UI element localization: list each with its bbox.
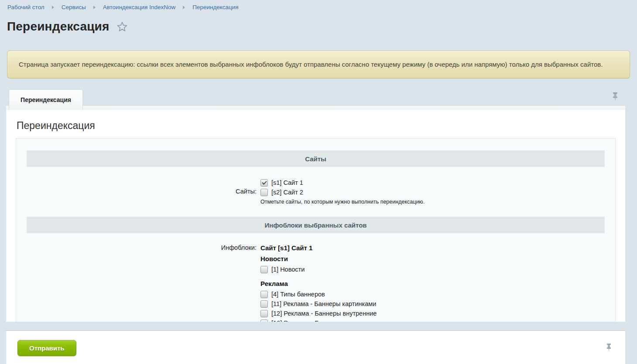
sites-field-value: [s1] Сайт 1 [s2] Сайт 2 Отметьте сайты, … — [260, 178, 615, 205]
tab-strip: Переиндексация — [6, 88, 625, 110]
notice-text: Страница запускает переиндексацию: ссылк… — [19, 61, 603, 68]
checkbox-label: [12] Реклама - Баннеры внутренние — [271, 310, 377, 317]
checkbox-label: [11] Реклама - Баннеры картинками — [271, 300, 376, 307]
checkbox-site-s1[interactable] — [260, 179, 268, 187]
checkbox-label: [s1] Сайт 1 — [271, 179, 303, 186]
pushpin-icon[interactable] — [612, 92, 619, 104]
infoblock-checkbox-row[interactable]: [16] Реклама - Баннеры плавающие — [260, 318, 615, 322]
infoblocks-field-value: Сайт [s1] Сайт 1 Новости [1] Новости Рек… — [260, 244, 615, 322]
content-panel: Переиндексация Сайты Сайты: [s1] Сайт 1 … — [6, 110, 625, 322]
breadcrumb-link-indexnow[interactable]: Автоиндексация IndexNow — [103, 4, 175, 10]
page-title: Переиндексация — [7, 20, 110, 34]
star-outline-icon[interactable] — [116, 21, 128, 34]
infoblock-checkbox-row[interactable]: [11] Реклама - Баннеры картинками — [260, 299, 615, 309]
sites-field-row: Сайты: [s1] Сайт 1 [s2] Сайт 2 Отметьте … — [16, 178, 615, 205]
tab-strip-baseline — [6, 105, 625, 110]
checkbox-label: [s2] Сайт 2 — [271, 189, 303, 196]
checkbox-infoblock-11[interactable] — [260, 300, 268, 308]
form-box: Сайты Сайты: [s1] Сайт 1 [s2] Сайт 2 Отм… — [16, 138, 616, 322]
infoblocks-group-ads: Реклама — [260, 280, 615, 288]
checkbox-label: [4] Типы баннеров — [271, 291, 325, 298]
checkbox-label: [1] Новости — [271, 266, 305, 273]
section-header-sites-label: Сайты — [305, 155, 326, 163]
infoblocks-site-heading: Сайт [s1] Сайт 1 — [260, 244, 615, 252]
breadcrumb-link-desktop[interactable]: Рабочий стол — [7, 4, 45, 10]
site-checkbox-row[interactable]: [s2] Сайт 2 — [260, 187, 615, 197]
sites-field-label: Сайты: — [16, 178, 260, 205]
checkbox-infoblock-12[interactable] — [260, 310, 268, 317]
tab-reindex[interactable]: Переиндексация — [9, 89, 83, 110]
infoblocks-field-label: Инфоблоки: — [16, 244, 260, 322]
checkbox-infoblock-16[interactable] — [260, 320, 268, 322]
breadcrumb-separator-icon — [93, 6, 96, 9]
tab-label: Переиндексация — [21, 96, 71, 103]
breadcrumb-separator-icon — [52, 6, 54, 9]
notice-banner: Страница запускает переиндексацию: ссылк… — [7, 51, 630, 78]
footer-bar: Отправить — [6, 330, 625, 364]
sites-field-note: Отметьте сайты, по которым нужно выполни… — [260, 199, 615, 205]
checkbox-label: [16] Реклама - Баннеры плавающие — [271, 320, 377, 322]
infoblocks-field-row: Инфоблоки: Сайт [s1] Сайт 1 Новости [1] … — [16, 244, 615, 322]
submit-button[interactable]: Отправить — [17, 340, 76, 356]
breadcrumb-link-services[interactable]: Сервисы — [62, 4, 86, 10]
infoblock-checkbox-row[interactable]: [4] Типы баннеров — [260, 289, 615, 299]
infoblock-checkbox-row[interactable]: [1] Новости — [260, 265, 615, 274]
section-header-infoblocks-label: Инфоблоки выбранных сайтов — [264, 221, 366, 229]
infoblock-checkbox-row[interactable]: [12] Реклама - Баннеры внутренние — [260, 309, 615, 318]
checkbox-infoblock-1[interactable] — [260, 266, 268, 273]
site-checkbox-row[interactable]: [s1] Сайт 1 — [260, 178, 615, 187]
checkbox-site-s2[interactable] — [260, 189, 268, 196]
infoblocks-group-news: Новости — [260, 255, 615, 263]
section-header-sites: Сайты — [27, 150, 605, 167]
form-heading: Переиндексация — [6, 110, 625, 132]
page-title-row: Переиндексация — [0, 10, 637, 34]
checkbox-infoblock-4[interactable] — [260, 291, 268, 298]
breadcrumb-separator-icon — [183, 6, 185, 9]
breadcrumb: Рабочий стол Сервисы Автоиндексация Inde… — [0, 0, 637, 10]
section-header-infoblocks: Инфоблоки выбранных сайтов — [27, 217, 605, 233]
breadcrumb-link-reindex[interactable]: Переиндексация — [192, 4, 239, 10]
pushpin-icon[interactable] — [606, 343, 612, 355]
